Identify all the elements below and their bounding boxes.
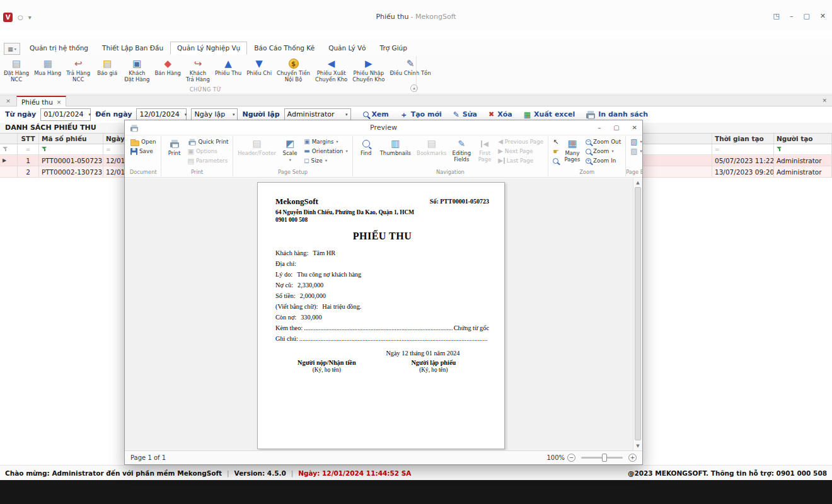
desktop-background <box>0 480 832 504</box>
zoom-percent: 100% <box>546 454 565 461</box>
filter-cell-code[interactable] <box>39 144 103 154</box>
preview-minimize-icon[interactable]: – <box>598 124 601 131</box>
tab-close-icon[interactable]: × <box>57 99 62 105</box>
tabstrip-close-icon[interactable]: × <box>4 97 13 105</box>
zoom-slider[interactable] <box>581 457 623 459</box>
menu-tab-qu-n-l-nghi-p-v[interactable]: Quản Lý Nghiệp Vụ <box>170 42 247 55</box>
close-icon[interactable]: ✕ <box>820 12 826 20</box>
menu-tab-tr-gi-p[interactable]: Trợ Giúp <box>373 42 414 55</box>
pv-save-button[interactable]: Save <box>129 147 158 156</box>
xem-button[interactable]: Xem <box>363 110 389 118</box>
menu-tab-qu-n-tr-h-th-ng[interactable]: Quản trị hệ thống <box>23 42 95 55</box>
xoa-button[interactable]: ✖Xóa <box>488 110 512 118</box>
pv-many-pages-button[interactable]: ▦Many Pages <box>562 137 582 164</box>
pv-page-color-icon-button[interactable]: ▧▾ <box>629 137 642 146</box>
filter-cell-ind[interactable] <box>0 144 18 154</box>
to-date-input[interactable]: 12/01/2024 ▾ <box>136 108 187 121</box>
menu-grid-button[interactable]: ▦ ▾ <box>4 43 20 55</box>
ribbon-item-dat-hang-ncc[interactable]: ▤Đặt Hàng NCC <box>1 55 32 84</box>
pv-thumbnails-button[interactable]: ▥Thumbnails <box>378 137 413 158</box>
ribbon-item-khach-dat-hang[interactable]: ▣Khách Đặt Hàng <box>122 55 152 84</box>
ribbon-item-phieu-xuat-chuyen-kho[interactable]: ◀Phiếu Xuất Chuyển Kho <box>313 55 350 84</box>
date-type-select[interactable]: Ngày lập ▾ <box>191 108 238 121</box>
menu-tab-qu-n-l-v[interactable]: Quản Lý Vỏ <box>321 42 373 55</box>
tao-moi-button[interactable]: ＋Tạo mới <box>400 110 442 118</box>
pv-hand-icon-button[interactable]: ☛ <box>552 147 560 156</box>
pv-previous-page-button[interactable]: ◀Previous Page <box>497 137 545 146</box>
button-label: Orientation <box>312 148 344 154</box>
tab-phieu-thu[interactable]: Phiếu thu × <box>16 96 66 107</box>
pv-editing-fields-button[interactable]: ✎Editing Fields <box>451 137 473 164</box>
grid-icon: ▦ <box>8 46 13 52</box>
orientation-icon: ▬ <box>304 148 309 154</box>
filter-cell-created[interactable]: = <box>712 144 774 154</box>
pv-orientation-button[interactable]: ▬Orientation▾ <box>303 147 349 156</box>
menu-tab-b-o-c-o-th-ng-k[interactable]: Báo Cáo Thống Kê <box>247 42 321 55</box>
fit-screen-icon[interactable]: ◳ <box>773 12 779 20</box>
pv-next-page-button[interactable]: ▶Next Page <box>497 147 545 156</box>
preview-maximize-icon[interactable]: ▢ <box>613 124 619 131</box>
preview-scrollbar[interactable]: ▲ ▼ <box>633 178 642 450</box>
pv-print-button[interactable]: Print <box>165 137 185 158</box>
receipt-line: Khách hàng:Tâm HR <box>275 248 489 258</box>
zoom-slider-thumb[interactable] <box>602 454 607 462</box>
pv-zoom-out-button[interactable]: −Zoom Out <box>584 137 622 146</box>
tabstrip-close-right-icon[interactable]: × <box>822 97 827 103</box>
pv-options-button[interactable]: ▣Options <box>187 147 230 156</box>
ribbon-item-mua-hang[interactable]: ▦Mua Hàng <box>32 55 64 78</box>
ribbon-item-khach-tra-hang[interactable]: ↪Khách Trả Hàng <box>183 55 212 84</box>
restore-icon[interactable]: ▢ <box>803 12 809 20</box>
pv-parameters-button[interactable]: ▤Parameters <box>187 156 230 165</box>
creator-select[interactable]: Administrator ▾ <box>284 108 351 121</box>
pv-zoom-in-button[interactable]: +Zoom In <box>584 156 622 165</box>
chevron-down-icon[interactable]: ▾ <box>343 112 348 117</box>
ribbon-item-tra-hang-ncc[interactable]: ↩Trả Hàng NCC <box>64 55 93 84</box>
from-date-input[interactable]: 01/01/2024 ▾ <box>40 108 91 121</box>
pv-magnifier-icon-button[interactable] <box>552 156 560 165</box>
chevron-down-icon[interactable]: ▾ <box>182 112 187 117</box>
icon: ▶ <box>365 59 373 69</box>
menu-tab-thi-t-l-p-ban-u[interactable]: Thiết Lập Ban Đầu <box>95 42 170 55</box>
ribbon-item-dieu-chinh-ton[interactable]: ✎Điều Chỉnh Tồn <box>387 55 433 78</box>
chevron-down-icon: ▾ <box>14 47 16 51</box>
ribbon-item-phieu-chi[interactable]: ▼Phiếu Chi <box>244 55 274 78</box>
zoom-dd-icon <box>586 149 591 154</box>
ribbon-item-chuyen-tien-noi-bo[interactable]: $Chuyển Tiền Nội Bộ <box>274 55 313 84</box>
pv-first-page-button[interactable]: ◀First Page <box>475 137 495 164</box>
scroll-thumb[interactable] <box>635 187 641 440</box>
pv-quick-print-button[interactable]: Quick Print <box>187 137 230 146</box>
pv-open-button[interactable]: Open <box>129 137 158 146</box>
cell-created: 13/07/2023 09:20 <box>712 166 774 177</box>
zoom-in-button[interactable]: + <box>628 454 637 462</box>
pv-bookmarks-button[interactable]: ▤Bookmarks <box>415 137 449 158</box>
ribbon-item-phieu-nhap-chuyen-kho[interactable]: ▶Phiếu Nhập Chuyển Kho <box>350 55 387 84</box>
in-danh-sach-button[interactable]: In danh sách <box>586 110 648 118</box>
scroll-down-icon[interactable]: ▼ <box>633 444 642 449</box>
delete-icon: ✖ <box>488 111 494 118</box>
ribbon-item-bao-gia[interactable]: ▤Báo giá <box>93 55 122 78</box>
pv-header-footer-button[interactable]: ▤Header/Footer <box>236 137 277 158</box>
chevron-down-icon[interactable]: ▾ <box>230 112 235 117</box>
zoom-out-button[interactable]: − <box>567 454 575 462</box>
ribbon-collapse-icon[interactable]: ▴ <box>410 84 418 92</box>
pv-scale-button[interactable]: ◩Scale ▾ <box>279 137 301 164</box>
ribbon-item-phieu-thu[interactable]: ▲Phiếu Thu <box>212 55 244 78</box>
pv-watermark-icon-button[interactable]: ▨▾ <box>629 147 642 156</box>
xuat-excel-button[interactable]: ▦Xuất excel <box>524 110 575 118</box>
pv-size-button[interactable]: ◻Size▾ <box>303 156 349 165</box>
minimize-icon[interactable]: – <box>790 12 794 20</box>
pv-pointer-icon-button[interactable]: ↖ <box>552 137 560 146</box>
chevron-down-icon[interactable]: ▾ <box>86 112 91 117</box>
preview-close-icon[interactable]: ✕ <box>632 124 637 131</box>
pv-find-button[interactable]: Find <box>356 137 376 158</box>
scroll-up-icon[interactable]: ▲ <box>633 180 642 185</box>
filter-cell-stt[interactable]: = <box>18 144 39 154</box>
pv-margins-button[interactable]: ▣Margins▾ <box>303 137 349 146</box>
cell-creator: Administrator <box>774 155 832 166</box>
equals-icon: = <box>106 146 111 152</box>
filter-cell-creator[interactable] <box>774 144 832 154</box>
ribbon-item-ban-hang[interactable]: ◆Bán Hàng <box>152 55 183 78</box>
pv-last-page-button[interactable]: ▶Last Page <box>497 156 545 165</box>
sua-button[interactable]: ✎Sửa <box>453 110 477 118</box>
pv-zoom-button[interactable]: Zoom▾ <box>584 147 622 156</box>
